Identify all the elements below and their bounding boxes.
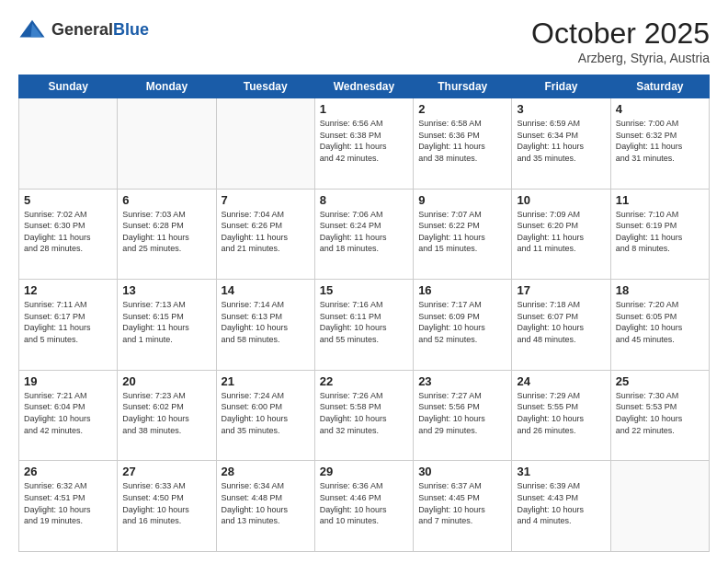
day-info: Sunrise: 7:14 AM Sunset: 6:13 PM Dayligh… bbox=[222, 299, 310, 345]
calendar-cell: 24Sunrise: 7:29 AM Sunset: 5:55 PM Dayli… bbox=[512, 370, 610, 461]
day-info: Sunrise: 7:07 AM Sunset: 6:22 PM Dayligh… bbox=[418, 209, 506, 255]
day-info: Sunrise: 7:24 AM Sunset: 6:00 PM Dayligh… bbox=[222, 390, 310, 436]
day-number: 20 bbox=[122, 374, 210, 388]
day-number: 1 bbox=[320, 102, 408, 116]
day-info: Sunrise: 7:30 AM Sunset: 5:53 PM Dayligh… bbox=[616, 390, 704, 436]
day-number: 13 bbox=[122, 283, 210, 297]
calendar-cell: 16Sunrise: 7:17 AM Sunset: 6:09 PM Dayli… bbox=[414, 280, 512, 371]
day-info: Sunrise: 7:16 AM Sunset: 6:11 PM Dayligh… bbox=[320, 299, 408, 345]
day-info: Sunrise: 6:56 AM Sunset: 6:38 PM Dayligh… bbox=[320, 118, 408, 164]
day-info: Sunrise: 7:26 AM Sunset: 5:58 PM Dayligh… bbox=[320, 390, 408, 436]
calendar-cell: 11Sunrise: 7:10 AM Sunset: 6:19 PM Dayli… bbox=[610, 189, 709, 280]
day-number: 26 bbox=[24, 465, 112, 478]
weekday-header-tuesday: Tuesday bbox=[216, 75, 314, 98]
logo-icon bbox=[18, 17, 46, 44]
calendar-cell: 1Sunrise: 6:56 AM Sunset: 6:38 PM Daylig… bbox=[314, 98, 413, 190]
calendar-cell: 13Sunrise: 7:13 AM Sunset: 6:15 PM Dayli… bbox=[118, 280, 216, 371]
day-number: 24 bbox=[517, 374, 605, 388]
day-number: 10 bbox=[517, 193, 605, 207]
day-number: 19 bbox=[24, 374, 112, 388]
day-number: 16 bbox=[418, 283, 506, 297]
day-info: Sunrise: 7:21 AM Sunset: 6:04 PM Dayligh… bbox=[24, 390, 112, 436]
day-number: 9 bbox=[418, 193, 506, 207]
calendar-cell: 30Sunrise: 6:37 AM Sunset: 4:45 PM Dayli… bbox=[414, 461, 512, 552]
day-info: Sunrise: 6:39 AM Sunset: 4:43 PM Dayligh… bbox=[517, 480, 605, 526]
day-info: Sunrise: 7:18 AM Sunset: 6:07 PM Dayligh… bbox=[517, 299, 605, 345]
calendar-cell: 8Sunrise: 7:06 AM Sunset: 6:24 PM Daylig… bbox=[314, 189, 413, 280]
weekday-header-saturday: Saturday bbox=[610, 75, 709, 98]
title-block: October 2025 Arzberg, Styria, Austria bbox=[531, 17, 710, 65]
calendar-cell: 7Sunrise: 7:04 AM Sunset: 6:26 PM Daylig… bbox=[216, 189, 314, 280]
day-info: Sunrise: 7:23 AM Sunset: 6:02 PM Dayligh… bbox=[122, 390, 210, 436]
calendar-cell bbox=[216, 98, 314, 190]
day-number: 29 bbox=[320, 465, 408, 478]
calendar-cell bbox=[118, 98, 216, 190]
weekday-header-wednesday: Wednesday bbox=[314, 75, 413, 98]
calendar-cell: 9Sunrise: 7:07 AM Sunset: 6:22 PM Daylig… bbox=[414, 189, 512, 280]
day-number: 7 bbox=[222, 193, 310, 207]
calendar-cell: 5Sunrise: 7:02 AM Sunset: 6:30 PM Daylig… bbox=[19, 189, 118, 280]
day-number: 12 bbox=[24, 283, 112, 297]
calendar-cell: 28Sunrise: 6:34 AM Sunset: 4:48 PM Dayli… bbox=[216, 461, 314, 552]
day-info: Sunrise: 6:58 AM Sunset: 6:36 PM Dayligh… bbox=[418, 118, 506, 164]
day-number: 21 bbox=[222, 374, 310, 388]
day-info: Sunrise: 7:10 AM Sunset: 6:19 PM Dayligh… bbox=[616, 209, 704, 255]
day-info: Sunrise: 7:17 AM Sunset: 6:09 PM Dayligh… bbox=[418, 299, 506, 345]
weekday-header-thursday: Thursday bbox=[414, 75, 512, 98]
day-number: 6 bbox=[122, 193, 210, 207]
day-info: Sunrise: 6:59 AM Sunset: 6:34 PM Dayligh… bbox=[517, 118, 605, 164]
calendar-cell: 10Sunrise: 7:09 AM Sunset: 6:20 PM Dayli… bbox=[512, 189, 610, 280]
calendar-table: SundayMondayTuesdayWednesdayThursdayFrid… bbox=[18, 75, 710, 552]
day-number: 3 bbox=[517, 102, 605, 116]
day-info: Sunrise: 7:11 AM Sunset: 6:17 PM Dayligh… bbox=[24, 299, 112, 345]
calendar-cell: 23Sunrise: 7:27 AM Sunset: 5:56 PM Dayli… bbox=[414, 370, 512, 461]
calendar-cell: 31Sunrise: 6:39 AM Sunset: 4:43 PM Dayli… bbox=[512, 461, 610, 552]
calendar-cell: 19Sunrise: 7:21 AM Sunset: 6:04 PM Dayli… bbox=[19, 370, 118, 461]
weekday-header-friday: Friday bbox=[512, 75, 610, 98]
calendar-cell bbox=[610, 461, 709, 552]
calendar-cell: 4Sunrise: 7:00 AM Sunset: 6:32 PM Daylig… bbox=[610, 98, 709, 190]
calendar-cell: 26Sunrise: 6:32 AM Sunset: 4:51 PM Dayli… bbox=[19, 461, 118, 552]
day-number: 14 bbox=[222, 283, 310, 297]
calendar-cell: 18Sunrise: 7:20 AM Sunset: 6:05 PM Dayli… bbox=[610, 280, 709, 371]
day-number: 25 bbox=[616, 374, 704, 388]
calendar-cell: 29Sunrise: 6:36 AM Sunset: 4:46 PM Dayli… bbox=[314, 461, 413, 552]
day-info: Sunrise: 7:04 AM Sunset: 6:26 PM Dayligh… bbox=[222, 209, 310, 255]
calendar-cell: 3Sunrise: 6:59 AM Sunset: 6:34 PM Daylig… bbox=[512, 98, 610, 190]
day-number: 28 bbox=[222, 465, 310, 478]
calendar-cell: 17Sunrise: 7:18 AM Sunset: 6:07 PM Dayli… bbox=[512, 280, 610, 371]
day-info: Sunrise: 7:29 AM Sunset: 5:55 PM Dayligh… bbox=[517, 390, 605, 436]
month-title: October 2025 bbox=[531, 17, 710, 51]
weekday-header-sunday: Sunday bbox=[19, 75, 118, 98]
logo-text: GeneralBlue bbox=[51, 21, 149, 40]
day-number: 31 bbox=[517, 465, 605, 478]
calendar-cell: 12Sunrise: 7:11 AM Sunset: 6:17 PM Dayli… bbox=[19, 280, 118, 371]
location-subtitle: Arzberg, Styria, Austria bbox=[531, 51, 710, 65]
day-number: 27 bbox=[122, 465, 210, 478]
day-info: Sunrise: 6:33 AM Sunset: 4:50 PM Dayligh… bbox=[122, 480, 210, 526]
calendar-cell: 22Sunrise: 7:26 AM Sunset: 5:58 PM Dayli… bbox=[314, 370, 413, 461]
day-info: Sunrise: 7:02 AM Sunset: 6:30 PM Dayligh… bbox=[24, 209, 112, 255]
day-number: 15 bbox=[320, 283, 408, 297]
day-info: Sunrise: 7:20 AM Sunset: 6:05 PM Dayligh… bbox=[616, 299, 704, 345]
calendar-cell: 20Sunrise: 7:23 AM Sunset: 6:02 PM Dayli… bbox=[118, 370, 216, 461]
calendar-cell: 27Sunrise: 6:33 AM Sunset: 4:50 PM Dayli… bbox=[118, 461, 216, 552]
day-number: 2 bbox=[418, 102, 506, 116]
day-number: 5 bbox=[24, 193, 112, 207]
calendar-cell: 15Sunrise: 7:16 AM Sunset: 6:11 PM Dayli… bbox=[314, 280, 413, 371]
calendar-cell: 6Sunrise: 7:03 AM Sunset: 6:28 PM Daylig… bbox=[118, 189, 216, 280]
day-number: 17 bbox=[517, 283, 605, 297]
day-number: 8 bbox=[320, 193, 408, 207]
day-info: Sunrise: 7:00 AM Sunset: 6:32 PM Dayligh… bbox=[616, 118, 704, 164]
day-info: Sunrise: 7:03 AM Sunset: 6:28 PM Dayligh… bbox=[122, 209, 210, 255]
day-number: 30 bbox=[418, 465, 506, 478]
calendar-cell: 14Sunrise: 7:14 AM Sunset: 6:13 PM Dayli… bbox=[216, 280, 314, 371]
day-info: Sunrise: 6:34 AM Sunset: 4:48 PM Dayligh… bbox=[222, 480, 310, 526]
day-info: Sunrise: 7:06 AM Sunset: 6:24 PM Dayligh… bbox=[320, 209, 408, 255]
svg-marker-1 bbox=[31, 24, 43, 38]
day-info: Sunrise: 6:36 AM Sunset: 4:46 PM Dayligh… bbox=[320, 480, 408, 526]
logo: GeneralBlue bbox=[18, 17, 149, 44]
day-number: 22 bbox=[320, 374, 408, 388]
calendar-cell: 2Sunrise: 6:58 AM Sunset: 6:36 PM Daylig… bbox=[414, 98, 512, 190]
calendar-cell: 21Sunrise: 7:24 AM Sunset: 6:00 PM Dayli… bbox=[216, 370, 314, 461]
